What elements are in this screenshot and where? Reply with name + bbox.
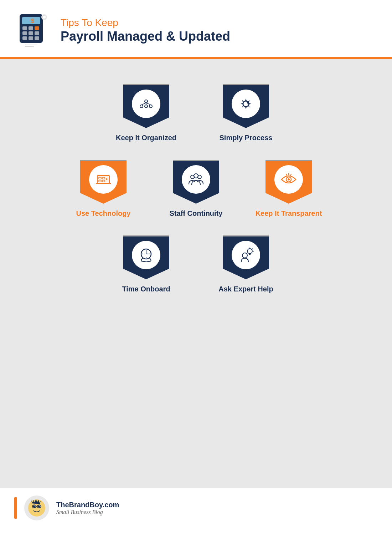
team-icon-circle (182, 165, 210, 194)
svg-line-21 (141, 103, 146, 105)
badge-label-organized: Keep It Organized (116, 134, 176, 142)
svg-rect-8 (35, 31, 39, 35)
svg-line-53 (252, 249, 253, 249)
svg-point-58 (35, 505, 36, 507)
pennant-navy (173, 161, 219, 204)
badge-label-time-onboard: Time Onboard (122, 285, 170, 293)
tech-icon-circle (89, 165, 118, 194)
pennant-orange (265, 161, 312, 204)
svg-point-17 (145, 100, 148, 103)
pennant-navy (123, 237, 169, 279)
pennant-orange (80, 161, 127, 204)
mascot-icon (26, 497, 47, 519)
pennant-line (80, 160, 127, 161)
badge-keep-it-organized: Keep It Organized (107, 84, 185, 142)
svg-point-59 (39, 505, 40, 507)
footer: TheBrandBoy.com Small Business Blog (0, 487, 392, 528)
svg-line-40 (286, 174, 287, 176)
pennant-navy (123, 85, 169, 128)
svg-point-19 (145, 105, 148, 108)
svg-text:$: $ (31, 18, 34, 24)
svg-point-49 (247, 249, 252, 254)
header-text: Tips To Keep Payroll Managed & Updated (61, 17, 230, 44)
badge-row-2: Use Technology (14, 160, 378, 218)
brand-tagline: Small Business Blog (56, 509, 119, 515)
pennant-wrap (118, 84, 175, 128)
badge-label-tech: Use Technology (76, 209, 131, 218)
badge-label-transparent: Keep It Transparent (256, 209, 322, 218)
svg-line-23 (146, 103, 151, 105)
badge-simply-process: Simply Process (207, 84, 285, 142)
svg-rect-4 (29, 26, 33, 30)
svg-rect-6 (22, 31, 27, 35)
svg-rect-10 (29, 36, 33, 40)
eye-icon-circle (274, 165, 303, 194)
svg-rect-3 (22, 26, 27, 30)
header-subtitle: Tips To Keep (61, 17, 230, 29)
badge-row-1: Keep It Organized (14, 84, 378, 142)
pennant-line (173, 160, 219, 161)
badge-ask-expert-help: Ask Expert Help (207, 235, 285, 293)
pennant-wrap (118, 235, 175, 279)
pennant-navy (223, 237, 269, 279)
footer-orange-bar (14, 497, 17, 519)
pennant-wrap (260, 160, 317, 204)
svg-rect-5 (35, 26, 39, 30)
time-icon (137, 246, 155, 264)
pennant-line (223, 235, 269, 237)
time-icon-circle (132, 241, 160, 269)
badge-time-onboard: Time Onboard (107, 235, 185, 293)
organize-icon (137, 95, 155, 113)
pennant-wrap (217, 235, 274, 279)
badge-use-technology: Use Technology (64, 160, 143, 218)
svg-rect-7 (29, 31, 33, 35)
gear-icon-circle (232, 90, 260, 118)
team-icon (187, 171, 205, 188)
svg-rect-9 (22, 36, 27, 40)
svg-point-18 (140, 105, 143, 108)
badge-row-3: Time Onboard (14, 235, 378, 293)
badge-label-simply-process: Simply Process (220, 134, 273, 142)
svg-line-39 (290, 174, 291, 176)
main-content: Keep It Organized (0, 59, 392, 487)
badge-label-staff: Staff Continuity (170, 209, 223, 218)
pennant-wrap (75, 160, 132, 204)
svg-point-48 (242, 253, 247, 258)
tech-icon (94, 171, 112, 188)
calculator-icon: $ (14, 11, 53, 50)
svg-rect-11 (35, 36, 39, 40)
eye-icon (280, 171, 298, 188)
badge-keep-transparent: Keep It Transparent (249, 160, 328, 218)
svg-point-16 (42, 15, 46, 19)
svg-point-20 (149, 105, 152, 108)
pennant-navy (223, 85, 269, 128)
pennant-line (123, 235, 169, 237)
pennant-line (223, 84, 269, 85)
pennant-wrap (217, 84, 274, 128)
svg-point-35 (194, 174, 198, 178)
pennant-line (265, 160, 312, 161)
svg-point-37 (288, 178, 290, 180)
badge-label-expert-help: Ask Expert Help (218, 285, 273, 293)
pennant-line (123, 84, 169, 85)
gear-icon (237, 95, 255, 113)
svg-rect-12 (23, 44, 43, 48)
expert-icon-circle (232, 241, 260, 269)
organize-icon-circle (132, 90, 160, 118)
brand-name: TheBrandBoy.com (56, 501, 119, 509)
badge-staff-continuity: Staff Continuity (157, 160, 235, 218)
expert-icon (237, 246, 255, 264)
pennant-wrap (167, 160, 225, 204)
header-title: Payroll Managed & Updated (61, 29, 230, 44)
footer-logo (24, 495, 49, 520)
header: $ Tips To Keep Payroll Managed & Updated (0, 0, 392, 57)
footer-text: TheBrandBoy.com Small Business Blog (56, 501, 119, 515)
